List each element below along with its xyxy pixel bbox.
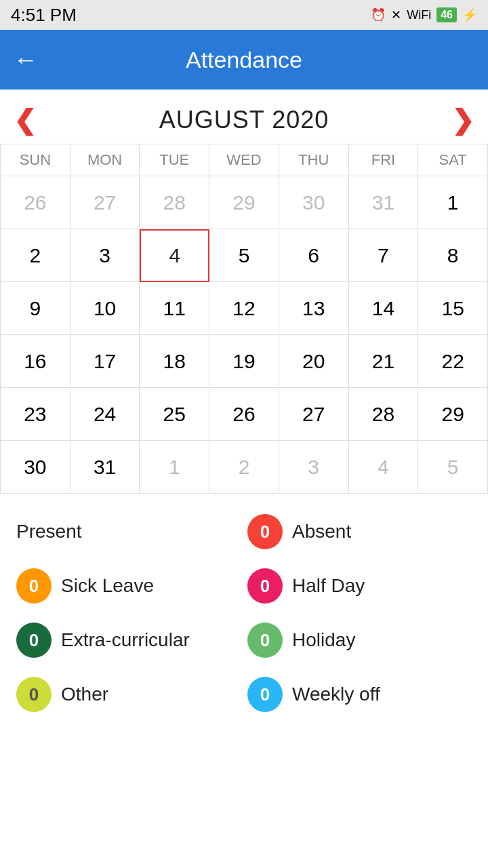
calendar-day-1-0[interactable]: 2	[1, 229, 70, 282]
calendar-day-0-6[interactable]: 1	[418, 176, 488, 229]
legend-absent: 0 Absent	[247, 514, 472, 549]
weekly-off-badge: 0	[247, 677, 283, 712]
weekly-off-count: 0	[260, 684, 270, 705]
legend-sick-leave: 0 Sick Leave	[16, 568, 241, 604]
charging-icon: ⚡	[462, 7, 477, 22]
sick-leave-badge: 0	[16, 568, 52, 604]
calendar-day-1-4[interactable]: 6	[279, 229, 349, 282]
calendar-day-4-1[interactable]: 24	[70, 388, 140, 441]
calendar-day-5-6[interactable]: 5	[418, 441, 488, 494]
absent-badge: 0	[247, 514, 283, 549]
month-title: AUGUST 2020	[57, 106, 431, 134]
other-label: Other	[61, 684, 108, 705]
calendar-day-1-2[interactable]: 4	[140, 229, 209, 282]
calendar-day-2-6[interactable]: 15	[418, 282, 488, 335]
present-label: Present	[16, 521, 82, 542]
legend-section: Present 0 Absent 0 Sick Leave 0 Half Day	[0, 500, 488, 732]
legend-half-day: 0 Half Day	[247, 568, 472, 604]
holiday-label: Holiday	[292, 629, 355, 651]
calendar-day-0-1[interactable]: 27	[70, 176, 140, 229]
calendar-day-3-6[interactable]: 22	[418, 335, 488, 388]
status-bar: 4:51 PM ⏰ ✕ WiFi 46 ⚡	[0, 0, 488, 30]
sick-leave-count: 0	[29, 576, 39, 597]
legend-grid: Present 0 Absent 0 Sick Leave 0 Half Day	[16, 514, 472, 712]
calendar-day-5-4[interactable]: 3	[279, 441, 349, 494]
other-badge: 0	[16, 677, 52, 712]
absent-label: Absent	[292, 521, 351, 542]
calendar-day-1-1[interactable]: 3	[70, 229, 140, 282]
calendar-day-5-0[interactable]: 30	[1, 441, 70, 494]
weekly-off-label: Weekly off	[292, 684, 380, 705]
legend-other: 0 Other	[16, 677, 241, 712]
calendar-grid: 2627282930311234567891011121314151617181…	[0, 176, 488, 494]
back-button[interactable]: ←	[14, 47, 38, 72]
calendar-day-1-6[interactable]: 8	[418, 229, 488, 282]
legend-holiday: 0 Holiday	[247, 623, 472, 658]
holiday-badge: 0	[247, 623, 283, 658]
calendar-day-5-2[interactable]: 1	[140, 441, 209, 494]
calendar-day-1-5[interactable]: 7	[349, 229, 419, 282]
day-header-fri: FRI	[349, 144, 419, 176]
calendar-day-5-1[interactable]: 31	[70, 441, 140, 494]
calendar-day-2-3[interactable]: 12	[209, 282, 279, 335]
calendar-day-3-2[interactable]: 18	[140, 335, 209, 388]
calendar-day-4-2[interactable]: 25	[140, 388, 209, 441]
half-day-label: Half Day	[292, 575, 365, 597]
calendar-day-3-0[interactable]: 16	[1, 335, 70, 388]
calendar-day-2-4[interactable]: 13	[279, 282, 349, 335]
extra-curricular-count: 0	[29, 630, 39, 651]
close-icon: ✕	[391, 7, 401, 22]
calendar-day-5-5[interactable]: 4	[349, 441, 419, 494]
calendar-day-4-6[interactable]: 29	[418, 388, 488, 441]
calendar-day-2-0[interactable]: 9	[1, 282, 70, 335]
status-time: 4:51 PM	[11, 5, 77, 26]
calendar-day-0-3[interactable]: 29	[209, 176, 279, 229]
calendar-day-1-3[interactable]: 5	[209, 229, 279, 282]
legend-weekly-off: 0 Weekly off	[247, 677, 472, 712]
prev-month-button[interactable]: ❮	[14, 106, 37, 134]
day-headers: SUN MON TUE WED THU FRI SAT	[0, 144, 488, 176]
calendar-day-4-5[interactable]: 28	[349, 388, 419, 441]
month-navigation: ❮ AUGUST 2020 ❯	[0, 96, 488, 144]
day-header-mon: MON	[70, 144, 140, 176]
half-day-badge: 0	[247, 568, 283, 604]
legend-extra-curricular: 0 Extra-curricular	[16, 623, 241, 658]
calendar-section: ❮ AUGUST 2020 ❯ SUN MON TUE WED THU FRI …	[0, 90, 488, 500]
calendar-day-0-0[interactable]: 26	[1, 176, 70, 229]
calendar-day-0-4[interactable]: 30	[279, 176, 349, 229]
alarm-icon: ⏰	[371, 7, 386, 22]
calendar-day-4-4[interactable]: 27	[279, 388, 349, 441]
calendar-day-0-5[interactable]: 31	[349, 176, 419, 229]
wifi-icon: WiFi	[407, 8, 431, 22]
calendar-day-3-4[interactable]: 20	[279, 335, 349, 388]
day-header-sat: SAT	[418, 144, 488, 176]
calendar-day-2-1[interactable]: 10	[70, 282, 140, 335]
page-title: Attendance	[52, 47, 436, 73]
absent-count: 0	[260, 521, 270, 542]
extra-curricular-label: Extra-curricular	[61, 629, 190, 651]
calendar-day-3-3[interactable]: 19	[209, 335, 279, 388]
status-icons: ⏰ ✕ WiFi 46 ⚡	[371, 7, 477, 22]
calendar-day-0-2[interactable]: 28	[140, 176, 209, 229]
legend-present: Present	[16, 514, 241, 549]
calendar-day-2-5[interactable]: 14	[349, 282, 419, 335]
holiday-count: 0	[260, 630, 270, 651]
other-count: 0	[29, 684, 39, 705]
toolbar: ← Attendance	[0, 30, 488, 90]
calendar-day-3-1[interactable]: 17	[70, 335, 140, 388]
day-header-tue: TUE	[140, 144, 209, 176]
calendar-day-2-2[interactable]: 11	[140, 282, 209, 335]
calendar-day-3-5[interactable]: 21	[349, 335, 419, 388]
battery-icon: 46	[436, 7, 457, 22]
next-month-button[interactable]: ❯	[451, 106, 474, 134]
day-header-thu: THU	[279, 144, 349, 176]
half-day-count: 0	[260, 576, 270, 597]
sick-leave-label: Sick Leave	[61, 575, 154, 597]
day-header-wed: WED	[209, 144, 279, 176]
calendar-day-4-3[interactable]: 26	[209, 388, 279, 441]
day-header-sun: SUN	[1, 144, 70, 176]
calendar-day-4-0[interactable]: 23	[1, 388, 70, 441]
calendar-day-5-3[interactable]: 2	[209, 441, 279, 494]
extra-curricular-badge: 0	[16, 623, 52, 658]
